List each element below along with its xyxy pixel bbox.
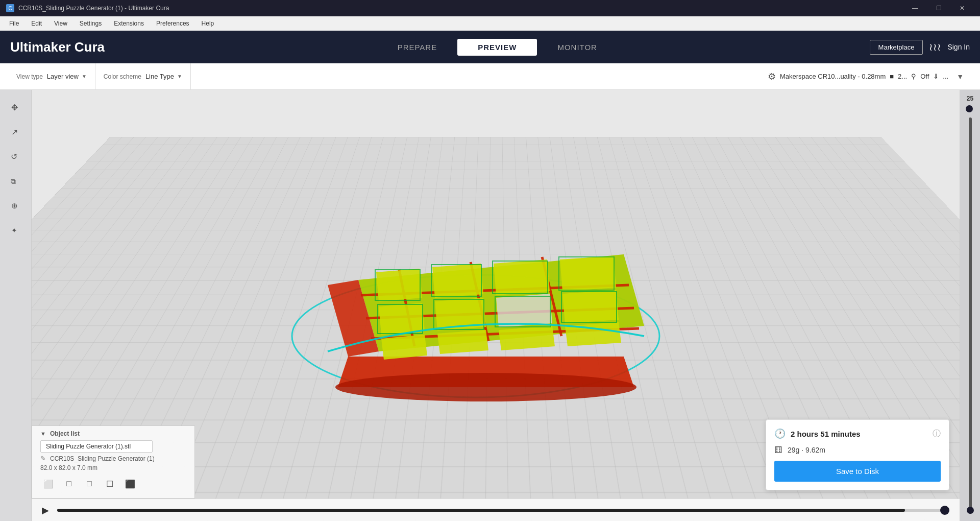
print-weight: 29g · 9.62m [788, 446, 825, 454]
extruder-info: ■ [890, 73, 894, 80]
layer-slider[interactable]: 25 [960, 90, 980, 521]
layer-progress-thumb[interactable] [940, 506, 949, 515]
maximize-button[interactable]: ☐ [927, 0, 950, 16]
svg-point-7 [335, 373, 636, 401]
printer-info: ⚙ Makerspace CR10...uality - 0.28mm ■ 2.… [768, 71, 948, 82]
close-button[interactable]: ✕ [950, 0, 974, 16]
per-model-tool[interactable]: ⊕ [5, 194, 27, 217]
printer-settings-icon: ⚙ [768, 71, 776, 82]
toolbar: View type Layer view ▼ Color scheme Line… [0, 63, 980, 90]
object-subname: CCR10S_Sliding Puzzle Generator (1) [50, 455, 155, 462]
view-type-group: View type Layer view ▼ [8, 63, 95, 89]
menu-settings[interactable]: Settings [75, 18, 107, 29]
extruder-label: 2... [898, 73, 907, 80]
collapse-icon[interactable]: ▼ [40, 431, 46, 437]
support-tool[interactable]: ✦ [5, 219, 27, 241]
menu-extensions[interactable]: Extensions [109, 18, 149, 29]
layer-slider-track[interactable] [969, 117, 972, 514]
window-title: CCR10S_Sliding Puzzle Generator (1) - Ul… [18, 5, 899, 12]
info-button[interactable]: ⓘ [933, 429, 941, 439]
menu-edit[interactable]: Edit [26, 18, 47, 29]
app-icon: C [6, 4, 14, 12]
3d-model [277, 162, 675, 448]
window-controls: — ☐ ✕ [903, 0, 974, 16]
view-shape-open[interactable]: ☐ [102, 476, 118, 492]
nav-tabs: PREPARE PREVIEW MONITOR [125, 39, 870, 56]
layer-progress-track[interactable] [57, 509, 949, 512]
playback-bar: ▶ [32, 499, 960, 521]
logo-text-bold: Cura [75, 39, 105, 55]
svg-text:⊕: ⊕ [11, 201, 18, 210]
time-icon: 🕐 [774, 428, 786, 439]
more-options[interactable]: ... [943, 73, 948, 80]
header: Ultimaker Cura PREPARE PREVIEW MONITOR M… [0, 31, 980, 63]
layer-slider-top-thumb[interactable] [966, 105, 973, 112]
view-shape-front[interactable]: □ [61, 476, 77, 492]
menu-help[interactable]: Help [197, 18, 219, 29]
print-time: 2 hours 51 minutes [791, 430, 861, 438]
mirror-tool[interactable]: ⧉ [5, 170, 27, 192]
view-shape-solid[interactable]: ⬛ [122, 476, 138, 492]
app-logo: Ultimaker Cura [10, 39, 105, 55]
color-scheme-dropdown[interactable]: Line Type ▼ [145, 73, 182, 80]
object-name-row: ✎ CCR10S_Sliding Puzzle Generator (1) [40, 455, 186, 462]
signin-button[interactable]: Sign In [947, 43, 970, 51]
color-scheme-value: Line Type [145, 73, 174, 80]
color-scheme-group: Color scheme Line Type ▼ [95, 63, 191, 89]
grid-icon[interactable]: ≀≀≀ [929, 41, 941, 53]
support-label: Off [920, 73, 929, 80]
svg-text:↗: ↗ [11, 128, 18, 136]
view-shape-buttons: ⬜ □ □ ☐ ⬛ [40, 476, 186, 492]
expand-arrow-icon[interactable]: ▼ [957, 73, 964, 81]
menu-preferences[interactable]: Preferences [151, 18, 194, 29]
download-icon: ⇓ [933, 73, 939, 80]
object-file-row: Sliding Puzzle Generator (1).stl [40, 440, 186, 453]
object-list-panel: ▼ Object list Sliding Puzzle Generator (… [32, 425, 195, 499]
svg-text:⧉: ⧉ [11, 177, 16, 185]
support-icon: ⚲ [911, 73, 916, 80]
object-list-header: ▼ Object list [40, 430, 186, 437]
view-type-dropdown[interactable]: Layer view ▼ [47, 73, 87, 80]
header-right: Marketplace ≀≀≀ Sign In [870, 40, 970, 55]
titlebar: C CCR10S_Sliding Puzzle Generator (1) - … [0, 0, 980, 16]
view-type-value: Layer view [47, 73, 79, 80]
menu-view[interactable]: View [49, 18, 72, 29]
svg-text:✦: ✦ [11, 226, 17, 234]
marketplace-button[interactable]: Marketplace [870, 40, 923, 55]
tab-monitor[interactable]: MONITOR [537, 39, 618, 56]
move-tool[interactable]: ✥ [5, 96, 27, 119]
printer-name: Makerspace CR10...uality - 0.28mm [780, 73, 886, 80]
layer-top-number: 25 [967, 95, 973, 102]
logo-text-regular: Ultimaker [10, 39, 71, 55]
svg-text:✥: ✥ [11, 103, 18, 112]
info-panel: 🕐 2 hours 51 minutes ⓘ ⚅ 29g · 9.62m Sav… [766, 419, 949, 490]
toolbar-right: ⚙ Makerspace CR10...uality - 0.28mm ■ 2.… [191, 71, 972, 82]
layer-progress-fill [57, 509, 905, 512]
view-shape-cube[interactable]: ⬜ [40, 476, 57, 492]
layer-slider-bottom-thumb[interactable] [967, 507, 974, 514]
time-row: 🕐 2 hours 51 minutes ⓘ [774, 428, 941, 439]
menu-file[interactable]: File [4, 18, 24, 29]
object-dimensions: 82.0 x 82.0 x 7.0 mm [40, 464, 186, 471]
weight-row: ⚅ 29g · 9.62m [774, 444, 941, 456]
rotate-tool[interactable]: ↺ [5, 145, 27, 168]
color-scheme-arrow-icon: ▼ [177, 74, 182, 79]
object-file-name: Sliding Puzzle Generator (1).stl [40, 440, 153, 453]
save-to-disk-button[interactable]: Save to Disk [774, 461, 941, 482]
color-scheme-label: Color scheme [104, 73, 141, 80]
tab-prepare[interactable]: PREPARE [377, 39, 458, 56]
minimize-button[interactable]: — [903, 0, 927, 16]
view-shape-side[interactable]: □ [81, 476, 97, 492]
filament-icon: ⚅ [774, 444, 782, 456]
object-list-label: Object list [50, 430, 80, 437]
menubar: File Edit View Settings Extensions Prefe… [0, 16, 980, 31]
play-button[interactable]: ▶ [42, 505, 49, 516]
left-tool-panel: ✥ ↗ ↺ ⧉ ⊕ ✦ [0, 90, 32, 521]
svg-text:↺: ↺ [11, 152, 17, 161]
view-type-arrow-icon: ▼ [82, 74, 87, 79]
tab-preview[interactable]: PREVIEW [457, 39, 537, 56]
viewport-container: ✥ ↗ ↺ ⧉ ⊕ ✦ [0, 90, 980, 521]
edit-icon[interactable]: ✎ [40, 455, 46, 462]
view-type-label: View type [16, 73, 43, 80]
scale-tool[interactable]: ↗ [5, 121, 27, 143]
